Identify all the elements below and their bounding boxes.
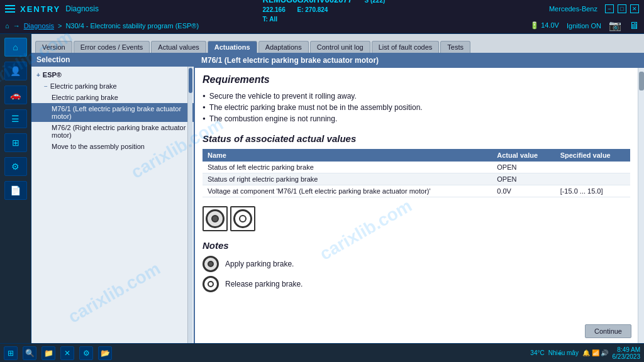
tree-item-m761[interactable]: M76/1 (Left electric parking brake actua… — [31, 103, 194, 122]
settings-taskbar-button[interactable]: ⚙ — [79, 346, 93, 360]
breadcrumb-path: N30/4 - Electronic stability program (ES… — [65, 22, 199, 30]
selection-header: Selection — [31, 53, 194, 67]
home-icon[interactable]: ⌂ — [5, 22, 9, 30]
note-release: Release parking brake. — [203, 276, 630, 292]
tree-item-move-assembly[interactable]: Move to the assembly position — [31, 141, 194, 152]
table-row: Status of left electric parking brake OP… — [203, 162, 630, 173]
tabs-bar: Version Error codes / Events Actual valu… — [31, 34, 644, 53]
taskbar-right: 34°C Nhiều mây 🔔 📶 🔊 8:49 AM 6/23/2023 — [530, 346, 640, 360]
requirement-1: Secure the vehicle to prevent it rolling… — [203, 90, 630, 102]
system-tray: 🔔 📶 🔊 — [582, 349, 609, 356]
hamburger-menu[interactable] — [5, 5, 15, 13]
row3-specified: [-15.0 ... 15.0] — [555, 185, 630, 197]
col-actual: Actual value — [492, 149, 555, 162]
three-col-layout: Selection + ESP® − Electric parking brak… — [31, 53, 644, 343]
start-button[interactable]: ⊞ — [4, 346, 18, 360]
tab-list-fault-codes[interactable]: List of fault codes — [372, 41, 440, 53]
folder-taskbar-button[interactable]: 📂 — [98, 346, 112, 360]
col-name: Name — [203, 149, 492, 162]
app-subtitle: Diagnosis — [65, 4, 99, 13]
row1-specified — [555, 162, 630, 173]
tab-actual-values[interactable]: Actual values — [151, 41, 206, 53]
sidebar-icon-list[interactable]: ☰ — [4, 109, 27, 128]
window-controls: − □ ✕ — [605, 4, 639, 13]
apply-icon-inner — [208, 261, 214, 267]
brand-name: Mercedes-Benz — [549, 5, 597, 13]
main-layout: ⌂ 👤 🚗 ☰ ⊞ ⚙ 📄 Version Error codes / Even… — [0, 34, 644, 343]
row2-actual: OPEN — [492, 173, 555, 185]
title-bar: XENTRY Diagnosis RLMUG6GX6HV002077 S (22… — [0, 0, 644, 18]
release-brake-button[interactable] — [230, 206, 255, 231]
row1-name: Status of left electric parking brake — [203, 162, 492, 173]
detail-scrollbar[interactable] — [638, 68, 644, 343]
title-bar-right: Mercedes-Benz − □ ✕ — [549, 4, 639, 13]
apply-brake-button[interactable] — [203, 206, 228, 231]
row2-name: Status of right electric parking brake — [203, 173, 492, 185]
requirement-2: The electric parking brake must not be i… — [203, 102, 630, 113]
sidebar-icon-car[interactable]: 🚗 — [4, 85, 27, 104]
note-apply: Apply parking brake. — [203, 256, 630, 272]
status-table: Name Actual value Specified value Status… — [203, 149, 630, 197]
tree-item-epb-group[interactable]: − Electric parking brake — [31, 80, 194, 92]
table-row: Voltage at component 'M76/1 (Left electr… — [203, 185, 630, 197]
release-icon — [203, 276, 219, 292]
breadcrumb-sep: > — [58, 22, 62, 30]
minimize-button[interactable]: − — [605, 4, 614, 13]
breadcrumb-arrow: → — [13, 22, 20, 30]
file-taskbar-button[interactable]: 📁 — [42, 346, 55, 360]
camera-icon: 📷 — [609, 19, 621, 31]
date-display: 6/23/2023 — [613, 353, 641, 360]
tab-adaptations[interactable]: Adaptations — [258, 41, 309, 53]
row2-specified — [555, 173, 630, 185]
tab-tests[interactable]: Tests — [440, 41, 470, 53]
tree-scrollbar[interactable] — [187, 67, 192, 343]
vin-display: RLMUG6GX6HV002077 S (222) 222.166 E: 270… — [263, 0, 386, 23]
sidebar-icon-home[interactable]: ⌂ — [4, 38, 27, 57]
status-title: Status of associated actual values — [203, 133, 630, 144]
selection-panel: Selection + ESP® − Electric parking brak… — [31, 53, 195, 343]
requirements-list: Secure the vehicle to prevent it rolling… — [203, 90, 630, 124]
weather-label: Nhiều mây — [548, 349, 579, 356]
tab-actuations[interactable]: Actuations — [208, 41, 257, 53]
col-specified: Specified value — [555, 149, 630, 162]
sidebar-icon-person[interactable]: 👤 — [4, 62, 27, 80]
expand-icon-epb: − — [44, 83, 48, 90]
tree-item-epb[interactable]: Electric parking brake — [31, 92, 194, 103]
maximize-button[interactable]: □ — [618, 4, 626, 13]
screen-icon: 🖥 — [629, 20, 639, 31]
continue-button[interactable]: Continue — [585, 324, 631, 338]
expand-icon-esp: + — [36, 72, 40, 79]
tree-label-m761: M76/1 (Left electric parking brake actua… — [52, 105, 189, 120]
tree-label-epb: Electric parking brake — [52, 94, 118, 101]
breadcrumb: ⌂ → Diagnosis > N30/4 - Electronic stabi… — [5, 22, 199, 30]
tree-scrollbar-thumb — [189, 68, 192, 93]
table-row: Status of right electric parking brake O… — [203, 173, 630, 185]
status-indicators: 🔋 14.0V Ignition ON 📷 🖥 — [530, 19, 639, 31]
close-taskbar-button[interactable]: ✕ — [60, 346, 74, 360]
note-apply-text: Apply parking brake. — [225, 260, 294, 268]
vin-number: RLMUG6GX6HV002077 — [263, 0, 352, 4]
apply-icon — [203, 256, 219, 272]
tree-label-m762: M76/2 (Right electric parking brake actu… — [52, 124, 189, 139]
note-release-text: Release parking brake. — [225, 280, 303, 288]
detail-panel: M76/1 (Left electric parking brake actua… — [195, 53, 644, 343]
tree-item-esp[interactable]: + ESP® — [31, 69, 194, 80]
row1-actual: OPEN — [492, 162, 555, 173]
diagnosis-link[interactable]: Diagnosis — [24, 22, 54, 30]
close-button[interactable]: ✕ — [630, 4, 639, 13]
requirements-title: Requirements — [203, 74, 630, 85]
sidebar-icon-document[interactable]: 📄 — [4, 181, 27, 200]
search-taskbar-button[interactable]: 🔍 — [23, 346, 36, 360]
sidebar-icon-grid[interactable]: ⊞ — [4, 133, 27, 152]
detail-content: Requirements Secure the vehicle to preve… — [195, 68, 638, 343]
notes-title: Notes — [203, 240, 630, 251]
tab-version[interactable]: Version — [35, 41, 72, 53]
tree-item-m762[interactable]: M76/2 (Right electric parking brake actu… — [31, 122, 194, 141]
tab-control-unit-log[interactable]: Control unit log — [310, 41, 370, 53]
battery-status: 🔋 14.0V — [530, 21, 559, 30]
app-title: XENTRY — [20, 4, 60, 14]
tree-label-epb-group: Electric parking brake — [50, 82, 117, 90]
sidebar-icon-settings[interactable]: ⚙ — [4, 157, 27, 176]
taskbar-left: ⊞ 🔍 📁 ✕ ⚙ 📂 — [4, 346, 112, 360]
tab-error-codes[interactable]: Error codes / Events — [74, 41, 150, 53]
